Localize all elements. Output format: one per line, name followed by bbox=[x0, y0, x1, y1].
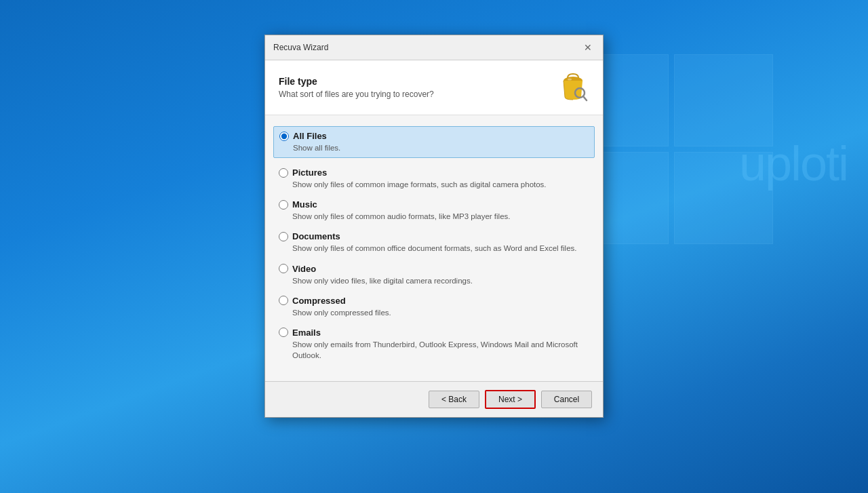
recuva-icon bbox=[557, 71, 589, 104]
title-bar: Recuva Wizard ✕ bbox=[265, 35, 603, 60]
cancel-button[interactable]: Cancel bbox=[541, 391, 592, 408]
label-music: Music bbox=[292, 199, 317, 210]
label-all-files: All Files bbox=[293, 131, 327, 141]
radio-pictures[interactable] bbox=[279, 168, 288, 178]
option-all-files[interactable]: All Files Show all files. bbox=[273, 126, 595, 158]
option-video[interactable]: Video Show only video files, like digita… bbox=[279, 264, 589, 286]
close-button[interactable]: ✕ bbox=[581, 41, 595, 54]
desc-video: Show only video files, like digital came… bbox=[292, 275, 589, 286]
radio-emails[interactable] bbox=[279, 328, 288, 337]
header-text: File type What sort of files are you try… bbox=[279, 76, 434, 99]
radio-music[interactable] bbox=[279, 200, 288, 210]
header-title: File type bbox=[279, 76, 434, 87]
option-documents[interactable]: Documents Show only files of common offi… bbox=[279, 231, 589, 254]
dialog-header: File type What sort of files are you try… bbox=[265, 60, 603, 115]
dialog-overlay: Recuva Wizard ✕ File type What sort of f… bbox=[0, 0, 868, 493]
desc-music: Show only files of common audio formats,… bbox=[292, 211, 589, 222]
recuva-wizard-dialog: Recuva Wizard ✕ File type What sort of f… bbox=[264, 35, 604, 418]
desc-emails: Show only emails from Thunderbird, Outlo… bbox=[292, 339, 589, 361]
radio-compressed[interactable] bbox=[279, 296, 288, 305]
dialog-content: All Files Show all files. Pictures Show … bbox=[265, 115, 603, 381]
desc-pictures: Show only files of common image formats,… bbox=[292, 179, 589, 190]
title-bar-text: Recuva Wizard bbox=[273, 43, 328, 52]
desc-documents: Show only files of common office documen… bbox=[292, 243, 589, 254]
desc-compressed: Show only compressed files. bbox=[292, 307, 589, 318]
label-pictures: Pictures bbox=[292, 167, 327, 178]
label-emails: Emails bbox=[292, 328, 321, 338]
option-emails[interactable]: Emails Show only emails from Thunderbird… bbox=[279, 328, 589, 361]
option-pictures[interactable]: Pictures Show only files of common image… bbox=[279, 167, 589, 190]
svg-line-2 bbox=[583, 96, 587, 100]
option-compressed[interactable]: Compressed Show only compressed files. bbox=[279, 296, 589, 318]
header-subtitle: What sort of files are you trying to rec… bbox=[279, 90, 434, 99]
label-documents: Documents bbox=[292, 231, 340, 241]
label-compressed: Compressed bbox=[292, 296, 346, 306]
label-video: Video bbox=[292, 264, 316, 274]
back-button[interactable]: < Back bbox=[429, 391, 479, 408]
radio-all-files[interactable] bbox=[279, 132, 289, 141]
radio-video[interactable] bbox=[279, 264, 288, 273]
svg-point-3 bbox=[568, 79, 572, 81]
dialog-footer: < Back Next > Cancel bbox=[265, 381, 603, 417]
option-music[interactable]: Music Show only files of common audio fo… bbox=[279, 199, 589, 222]
next-button[interactable]: Next > bbox=[485, 390, 536, 409]
desc-all-files: Show all files. bbox=[293, 142, 589, 153]
radio-documents[interactable] bbox=[279, 232, 288, 241]
